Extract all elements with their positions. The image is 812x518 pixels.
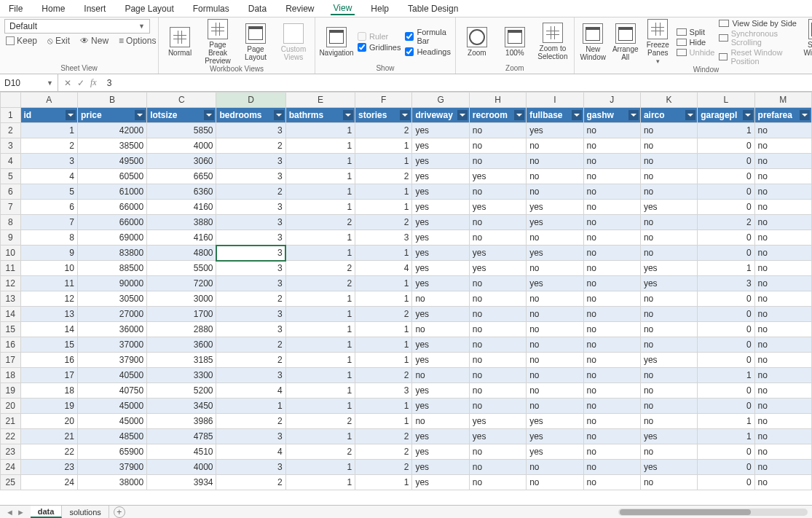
cell[interactable]: 30500 <box>77 291 146 307</box>
cell[interactable]: 4 <box>20 169 77 184</box>
cell[interactable]: no <box>527 307 583 322</box>
cell[interactable]: yes <box>527 200 583 215</box>
filter-dropdown-icon[interactable] <box>343 110 353 120</box>
cell[interactable]: 1 <box>355 276 412 291</box>
cell[interactable]: 42000 <box>77 123 146 138</box>
navigation-button[interactable]: Navigation <box>320 27 353 57</box>
worksheet[interactable]: ABCDEFGHIJKLM1idpricelotsizebedroomsbath… <box>0 92 812 505</box>
column-header-G[interactable]: G <box>412 93 469 108</box>
cell[interactable]: 4160 <box>147 230 216 246</box>
cell[interactable]: 0 <box>698 230 754 246</box>
cell[interactable]: yes <box>412 399 469 414</box>
cell[interactable]: 16 <box>20 353 77 368</box>
cell[interactable]: no <box>527 460 583 475</box>
cell[interactable]: yes <box>412 261 469 276</box>
cell[interactable]: no <box>412 368 469 383</box>
row-header[interactable]: 14 <box>1 307 21 322</box>
cell[interactable]: 1 <box>285 184 355 200</box>
cell[interactable]: no <box>640 154 697 169</box>
cell[interactable]: yes <box>412 475 469 490</box>
filter-dropdown-icon[interactable] <box>204 110 214 120</box>
menu-home[interactable]: Home <box>39 2 68 15</box>
row-header[interactable]: 2 <box>1 123 21 138</box>
cell[interactable]: no <box>527 383 583 399</box>
cell[interactable]: 0 <box>698 154 754 169</box>
cell[interactable]: yes <box>469 246 526 261</box>
row-header[interactable]: 21 <box>1 414 21 429</box>
cell[interactable]: 49500 <box>77 154 146 169</box>
cell[interactable]: no <box>754 368 811 383</box>
cell[interactable]: yes <box>640 429 697 444</box>
column-header-K[interactable]: K <box>640 93 697 108</box>
cell[interactable]: 1 <box>285 399 355 414</box>
cell[interactable]: yes <box>412 383 469 399</box>
cell[interactable]: no <box>583 444 640 460</box>
cell[interactable]: 2880 <box>147 322 216 337</box>
row-header[interactable]: 12 <box>1 276 21 291</box>
tab-nav-next[interactable]: ► <box>17 508 25 517</box>
row-header[interactable]: 6 <box>1 184 21 200</box>
cell[interactable]: 0 <box>698 246 754 261</box>
cell[interactable]: 2 <box>355 429 412 444</box>
cell[interactable]: 1 <box>285 368 355 383</box>
cell[interactable]: 2 <box>285 444 355 460</box>
cell[interactable]: 4000 <box>147 138 216 154</box>
select-all-corner[interactable] <box>1 93 21 108</box>
cell[interactable]: no <box>583 337 640 353</box>
cell[interactable]: no <box>583 230 640 246</box>
cell[interactable]: 2 <box>355 169 412 184</box>
cell[interactable]: yes <box>412 123 469 138</box>
cell[interactable]: 1 <box>355 138 412 154</box>
cell[interactable]: 0 <box>698 184 754 200</box>
cell[interactable]: 0 <box>698 200 754 215</box>
cell[interactable]: yes <box>469 414 526 429</box>
cell[interactable]: 0 <box>698 353 754 368</box>
cell[interactable]: no <box>469 276 526 291</box>
cell[interactable]: 90000 <box>77 276 146 291</box>
cell[interactable]: no <box>754 307 811 322</box>
cell[interactable]: no <box>527 291 583 307</box>
cell[interactable]: 45000 <box>77 414 146 429</box>
cell[interactable]: no <box>640 337 697 353</box>
table-header-bathrms[interactable]: bathrms <box>285 108 355 123</box>
cell[interactable]: 1 <box>285 460 355 475</box>
cell[interactable]: no <box>527 322 583 337</box>
column-header-C[interactable]: C <box>147 93 216 108</box>
cell[interactable]: 1 <box>355 200 412 215</box>
cell[interactable]: 4 <box>216 444 285 460</box>
row-header[interactable]: 5 <box>1 169 21 184</box>
cell[interactable]: no <box>469 368 526 383</box>
cell[interactable]: yes <box>412 246 469 261</box>
cell[interactable]: 3 <box>216 200 285 215</box>
cell[interactable]: no <box>527 261 583 276</box>
zoom-100-button[interactable]: 100% <box>498 27 532 57</box>
cell[interactable]: no <box>583 460 640 475</box>
cell[interactable]: no <box>754 353 811 368</box>
column-header-B[interactable]: B <box>77 93 146 108</box>
cell[interactable]: 4000 <box>147 460 216 475</box>
filter-dropdown-icon[interactable] <box>274 110 284 120</box>
cell[interactable]: 6360 <box>147 184 216 200</box>
cell[interactable]: 6 <box>20 200 77 215</box>
cell[interactable]: 0 <box>698 399 754 414</box>
cell[interactable]: 1 <box>355 246 412 261</box>
cell[interactable]: no <box>469 138 526 154</box>
filter-dropdown-icon[interactable] <box>514 110 524 120</box>
cell[interactable]: 48500 <box>77 429 146 444</box>
cell[interactable]: yes <box>412 460 469 475</box>
cell[interactable]: 3600 <box>147 337 216 353</box>
cell[interactable]: yes <box>412 429 469 444</box>
cancel-icon[interactable]: ✕ <box>64 78 71 88</box>
row-header[interactable]: 17 <box>1 353 21 368</box>
cell[interactable]: no <box>469 353 526 368</box>
cell[interactable]: 23 <box>20 460 77 475</box>
cell[interactable]: 0 <box>698 291 754 307</box>
cell[interactable]: 2 <box>216 337 285 353</box>
cell[interactable]: 0 <box>698 169 754 184</box>
page-layout-button[interactable]: Page Layout <box>239 23 272 61</box>
column-header-E[interactable]: E <box>285 93 355 108</box>
cell[interactable]: no <box>754 460 811 475</box>
filter-dropdown-icon[interactable] <box>572 110 582 120</box>
cell[interactable]: 3 <box>216 460 285 475</box>
cell[interactable]: no <box>583 383 640 399</box>
